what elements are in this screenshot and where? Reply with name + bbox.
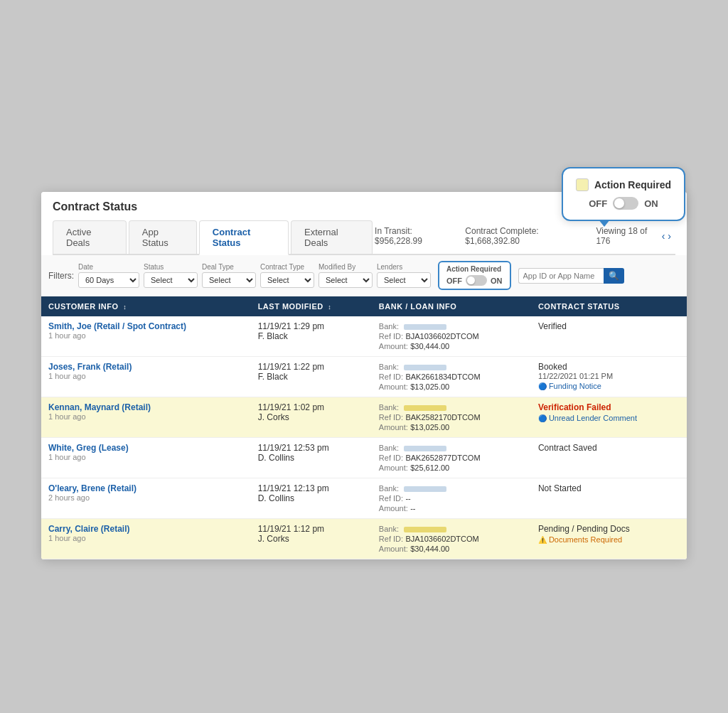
bank-cell: Bank: Ref ID: BAK2661834DTCOM Amount: $1… xyxy=(372,357,531,397)
bank-cell: Bank: Ref ID: BAK2582170DTCOM Amount: $1… xyxy=(372,397,531,438)
last-modified-sort-icon[interactable]: ↕ xyxy=(328,304,331,311)
amount-row: Amount: $13,025.00 xyxy=(379,422,524,432)
modified-date: 11/19/21 1:22 pm xyxy=(258,362,365,372)
tab-active-deals[interactable]: Active Deals xyxy=(53,220,127,254)
modified-date: 11/19/21 1:29 pm xyxy=(258,321,365,331)
filters-row: Filters: Date 60 Days 30 Days 90 Days St… xyxy=(41,255,687,296)
ref-id-row: Ref ID: BAK2661834DTCOM xyxy=(379,372,524,382)
bank-bar xyxy=(404,324,446,330)
amount-row: Amount: -- xyxy=(379,503,524,513)
amount-value: -- xyxy=(410,504,415,513)
contract-status-value: Not Started xyxy=(538,483,680,493)
filter-date-group: Date 60 Days 30 Days 90 Days xyxy=(78,263,139,288)
sub-link[interactable]: 🔵Funding Notice xyxy=(538,382,680,390)
tab-external-deals[interactable]: External Deals xyxy=(291,220,373,254)
modified-date: 11/19/21 1:02 pm xyxy=(258,402,365,412)
customer-sort-icon[interactable]: ↕ xyxy=(123,304,127,311)
ref-id-value: -- xyxy=(405,494,410,503)
search-input[interactable] xyxy=(518,268,604,284)
amount-value: $13,025.00 xyxy=(410,423,449,431)
popup-off-label: OFF xyxy=(589,198,607,209)
ar-off-label: OFF xyxy=(446,277,462,285)
ref-id-value: BAK2652877DTCOM xyxy=(405,454,480,462)
last-modified-cell: 11/19/21 1:29 pm F. Black xyxy=(251,316,372,357)
contract-status-cell: Contract Saved xyxy=(531,438,687,478)
table-row: Smith, Joe (Retail / Spot Contract) 1 ho… xyxy=(41,316,687,357)
in-transit-label: In Transit: $956,228.99 xyxy=(375,226,456,246)
time-ago: 1 hour ago xyxy=(48,453,244,461)
tabs-row: Active Deals App Status Contract Status … xyxy=(53,220,675,255)
next-page-arrow[interactable]: › xyxy=(668,230,671,242)
ar-toggle-row: OFF ON xyxy=(446,275,503,286)
action-required-filter: Action Required OFF ON xyxy=(438,261,511,290)
ar-filter-label: Action Required xyxy=(446,265,503,273)
modified-date: 11/19/21 12:53 pm xyxy=(258,443,365,453)
customer-cell: Joses, Frank (Retail) 1 hour ago xyxy=(41,357,251,397)
bank-row: Bank: xyxy=(379,483,524,493)
time-ago: 1 hour ago xyxy=(48,372,244,380)
amount-value: $13,025.00 xyxy=(410,382,449,391)
filter-contract-type-select[interactable]: Select xyxy=(260,272,314,288)
amount-row: Amount: $30,444.00 xyxy=(379,341,524,351)
filter-modified-by-label: Modified By xyxy=(318,263,355,271)
filter-deal-type-label: Deal Type xyxy=(202,263,234,271)
filter-lenders-group: Lenders Select xyxy=(377,263,431,288)
main-card: Contract Status Active Deals App Status … xyxy=(41,192,687,559)
viewing-count: Viewing 18 of 176 xyxy=(596,226,658,246)
customer-name[interactable]: Kennan, Maynard (Retail) xyxy=(48,402,244,412)
popup-action-required-label: Action Required xyxy=(594,179,671,191)
filter-deal-type-group: Deal Type Select xyxy=(202,263,256,288)
customer-cell: Carry, Claire (Retail) 1 hour ago xyxy=(41,519,251,559)
ref-id-value: BJA1036602DTCOM xyxy=(405,332,478,341)
customer-name[interactable]: Joses, Frank (Retail) xyxy=(48,362,244,372)
contract-status-cell: Not Started xyxy=(531,478,687,519)
bank-bar xyxy=(404,365,446,370)
amount-row: Amount: $30,444.00 xyxy=(379,544,524,554)
status-date: 11/22/2021 01:21 PM xyxy=(538,372,680,380)
customer-name[interactable]: White, Greg (Lease) xyxy=(48,443,244,453)
filter-deal-type-select[interactable]: Select xyxy=(202,272,256,288)
bank-cell: Bank: Ref ID: BJA1036602DTCOM Amount: $3… xyxy=(372,519,531,559)
tab-app-status[interactable]: App Status xyxy=(129,220,197,254)
customer-name[interactable]: Smith, Joe (Retail / Spot Contract) xyxy=(48,321,244,331)
bank-cell: Bank: Ref ID: BAK2652877DTCOM Amount: $2… xyxy=(372,438,531,478)
customer-name[interactable]: Carry, Claire (Retail) xyxy=(48,524,244,534)
search-button[interactable]: 🔍 xyxy=(604,268,624,284)
bank-bar xyxy=(404,405,446,411)
col-header-bank: BANK / LOAN INFO xyxy=(372,296,531,316)
modified-by: F. Black xyxy=(258,331,365,341)
table-row: Carry, Claire (Retail) 1 hour ago 11/19/… xyxy=(41,519,687,559)
sub-link[interactable]: ⚠️Documents Required xyxy=(538,535,680,544)
bank-bar xyxy=(404,527,446,532)
filter-contract-type-group: Contract Type Select xyxy=(260,263,314,288)
filter-modified-by-select[interactable]: Select xyxy=(318,272,373,288)
filter-status-select[interactable]: Select xyxy=(144,272,198,288)
tabs-right: In Transit: $956,228.99 Contract Complet… xyxy=(375,226,675,249)
ref-id-row: Ref ID: BJA1036602DTCOM xyxy=(379,534,524,544)
customer-name[interactable]: O'leary, Brene (Retail) xyxy=(48,483,244,493)
ref-id-row: Ref ID: BAK2652877DTCOM xyxy=(379,453,524,463)
col-header-customer: CUSTOMER INFO ↕ xyxy=(41,296,251,316)
filter-status-label: Status xyxy=(144,263,164,271)
prev-page-arrow[interactable]: ‹ xyxy=(662,230,665,242)
tab-contract-status[interactable]: Contract Status xyxy=(199,220,289,255)
ref-id-value: BAK2661834DTCOM xyxy=(405,372,480,381)
filter-date-select[interactable]: 60 Days 30 Days 90 Days xyxy=(78,272,139,288)
ar-on-label: ON xyxy=(491,277,503,285)
ar-toggle[interactable] xyxy=(466,275,487,286)
sub-link[interactable]: 🔵Unread Lender Comment xyxy=(538,414,680,422)
bank-row: Bank: xyxy=(379,402,524,412)
bank-bar xyxy=(404,446,446,451)
bank-row: Bank: xyxy=(379,524,524,534)
customer-cell: O'leary, Brene (Retail) 2 hours ago xyxy=(41,478,251,519)
amount-row: Amount: $25,612.00 xyxy=(379,463,524,473)
popup-color-indicator xyxy=(576,178,589,191)
contract-status-value: Pending / Pending Docs xyxy=(538,524,680,534)
table-row: Kennan, Maynard (Retail) 1 hour ago 11/1… xyxy=(41,397,687,438)
amount-value: $25,612.00 xyxy=(410,463,449,472)
filter-lenders-select[interactable]: Select xyxy=(377,272,431,288)
ref-id-row: Ref ID: -- xyxy=(379,493,524,503)
table-row: White, Greg (Lease) 1 hour ago 11/19/21 … xyxy=(41,438,687,478)
popup-toggle[interactable] xyxy=(613,197,638,210)
popup-on-label: ON xyxy=(644,198,658,209)
